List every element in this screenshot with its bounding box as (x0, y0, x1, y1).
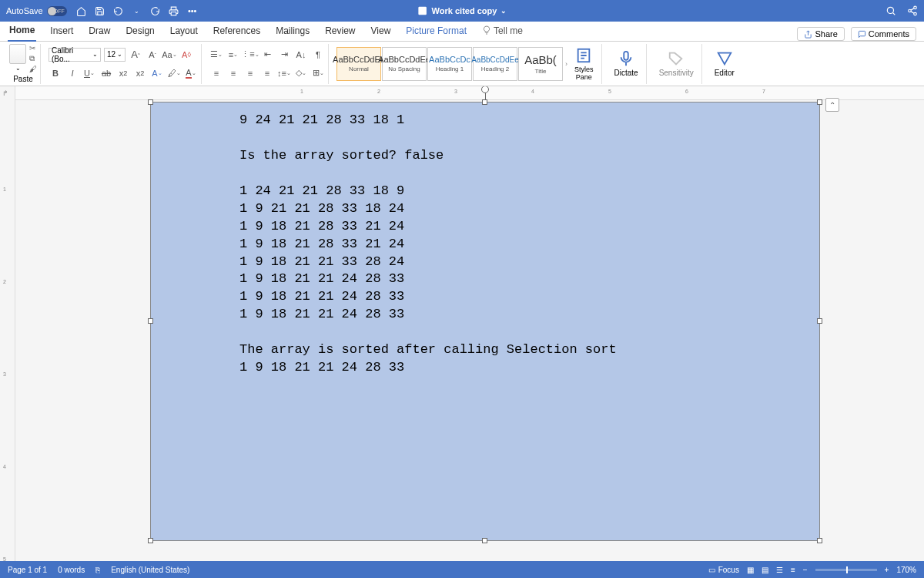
strikethrough-button[interactable]: ab (99, 66, 113, 80)
chevron-down-icon[interactable]: ⌄ (132, 5, 142, 16)
view-outline-icon[interactable]: ≡ (791, 566, 795, 574)
grow-font-button[interactable]: A^ (129, 48, 142, 62)
svg-rect-1 (418, 7, 427, 15)
font-name-select[interactable]: Calibri (Bo...⌄ (49, 48, 101, 62)
sort-button[interactable]: A↓ (294, 48, 308, 62)
change-case-button[interactable]: Aa⌄ (162, 48, 176, 62)
comments-button[interactable]: Comments (851, 27, 916, 41)
resize-handle-mr[interactable] (817, 318, 822, 324)
tab-picture-format[interactable]: Picture Format (404, 22, 468, 41)
justify-button[interactable]: ≡ (260, 66, 274, 80)
style-no-spacing[interactable]: AaBbCcDdEeNo Spacing (382, 47, 427, 81)
shrink-font-button[interactable]: Aˇ (146, 48, 159, 62)
resize-handle-br[interactable] (817, 538, 822, 543)
cut-icon[interactable]: ✂ (29, 44, 37, 52)
autosave-state: OFF (54, 8, 65, 14)
copy-icon[interactable]: ⧉ (29, 54, 37, 63)
focus-mode-button[interactable]: ▭ Focus (708, 566, 739, 574)
word-icon (417, 5, 428, 16)
sensitivity-button[interactable]: Sensitivity (654, 50, 698, 77)
print-icon[interactable] (169, 5, 179, 16)
italic-button[interactable]: I (65, 66, 79, 80)
tab-mailings[interactable]: Mailings (274, 22, 311, 41)
view-web-icon[interactable]: ▤ (762, 566, 768, 574)
tab-tell-me[interactable]: Tell me (480, 22, 524, 41)
tab-insert[interactable]: Insert (49, 22, 75, 41)
word-count[interactable]: 0 words (58, 566, 85, 574)
zoom-level[interactable]: 170% (896, 566, 916, 574)
picture-object[interactable]: ⌃ 9 24 21 21 28 33 18 1 Is the array sor… (150, 102, 820, 541)
bold-button[interactable]: B (49, 66, 62, 80)
home-icon[interactable] (76, 5, 87, 16)
shading-button[interactable]: ◇⌄ (294, 66, 308, 80)
svg-point-2 (887, 7, 893, 13)
paste-label: Paste (13, 75, 33, 83)
align-left-button[interactable]: ≡ (209, 66, 223, 80)
view-print-icon[interactable]: ▦ (747, 566, 754, 574)
style-title[interactable]: AaBb(Title (518, 47, 563, 81)
tab-selector[interactable]: ↱ (2, 89, 8, 97)
editor-button[interactable]: Editor (710, 50, 739, 77)
bullets-button[interactable]: ☰⌄ (209, 48, 223, 62)
style-heading-1[interactable]: AaBbCcDcHeading 1 (427, 47, 472, 81)
show-marks-button[interactable]: ¶ (311, 48, 325, 62)
vertical-ruler: ↱ 1 2 3 4 5 (0, 86, 15, 578)
tab-references[interactable]: References (212, 22, 262, 41)
svg-rect-0 (171, 12, 176, 15)
align-right-button[interactable]: ≡ (243, 66, 257, 80)
style-normal[interactable]: AaBbCcDdEeNormal (336, 47, 381, 81)
undo-icon[interactable] (113, 5, 124, 16)
styles-pane-button[interactable]: Styles Pane (570, 47, 598, 81)
highlight-button[interactable]: 🖊⌄ (167, 66, 181, 80)
styles-gallery[interactable]: AaBbCcDdEeNormalAaBbCcDdEeNo SpacingAaBb… (336, 47, 563, 81)
paste-button[interactable]: ⌄ (9, 44, 26, 73)
format-painter-icon[interactable]: 🖌 (29, 65, 37, 73)
resize-handle-bl[interactable] (148, 538, 153, 543)
line-spacing-button[interactable]: ↕≡⌄ (277, 66, 291, 80)
view-read-icon[interactable]: ☰ (776, 566, 783, 574)
save-icon[interactable] (95, 5, 105, 16)
layout-options-icon[interactable]: ⌃ (825, 98, 839, 112)
increase-indent-button[interactable]: ⇥ (277, 48, 291, 62)
clear-format-button[interactable]: A◊ (179, 48, 193, 62)
styles-scroll[interactable]: › (563, 60, 570, 68)
share-button[interactable]: Share (797, 27, 844, 41)
dictate-button[interactable]: Dictate (610, 50, 643, 77)
align-center-button[interactable]: ≡ (226, 66, 240, 80)
zoom-slider[interactable] (815, 569, 877, 571)
redo-icon[interactable] (150, 5, 161, 16)
autosave-toggle[interactable]: OFF (47, 6, 67, 16)
document-title[interactable]: Work cited copy ⌄ (417, 5, 507, 16)
resize-handle-ml[interactable] (148, 318, 153, 324)
language-indicator[interactable]: English (United States) (111, 566, 189, 574)
multilevel-button[interactable]: ⋮≡⌄ (243, 48, 257, 62)
search-icon[interactable] (886, 5, 896, 16)
borders-button[interactable]: ⊞⌄ (311, 66, 325, 80)
decrease-indent-button[interactable]: ⇤ (260, 48, 274, 62)
text-effects-button[interactable]: A⌄ (150, 66, 164, 80)
style-heading-2[interactable]: AaBbCcDdEeHeading 2 (473, 47, 517, 81)
resize-handle-tl[interactable] (148, 99, 153, 105)
tab-view[interactable]: View (370, 22, 393, 41)
numbering-button[interactable]: ≡⌄ (226, 48, 240, 62)
tab-review[interactable]: Review (323, 22, 357, 41)
superscript-button[interactable]: x2 (133, 66, 147, 80)
comment-icon (858, 30, 866, 39)
zoom-in-button[interactable]: + (885, 566, 889, 574)
font-size-select[interactable]: 12⌄ (104, 48, 126, 62)
tab-home[interactable]: Home (8, 22, 36, 42)
tab-layout[interactable]: Layout (169, 22, 199, 41)
zoom-out-button[interactable]: − (803, 566, 808, 574)
spellcheck-icon[interactable]: ⎘ (95, 566, 100, 574)
underline-button[interactable]: U⌄ (82, 66, 96, 80)
share-quick-icon[interactable] (907, 5, 918, 16)
page-indicator[interactable]: Page 1 of 1 (8, 566, 47, 574)
font-color-button[interactable]: A⌄ (184, 66, 198, 80)
tab-design[interactable]: Design (124, 22, 156, 41)
tab-draw[interactable]: Draw (87, 22, 112, 41)
subscript-button[interactable]: x2 (116, 66, 130, 80)
resize-handle-tm[interactable] (482, 99, 487, 105)
resize-handle-tr[interactable] (817, 99, 822, 105)
more-icon[interactable]: ••• (187, 5, 198, 16)
resize-handle-bm[interactable] (482, 538, 487, 543)
